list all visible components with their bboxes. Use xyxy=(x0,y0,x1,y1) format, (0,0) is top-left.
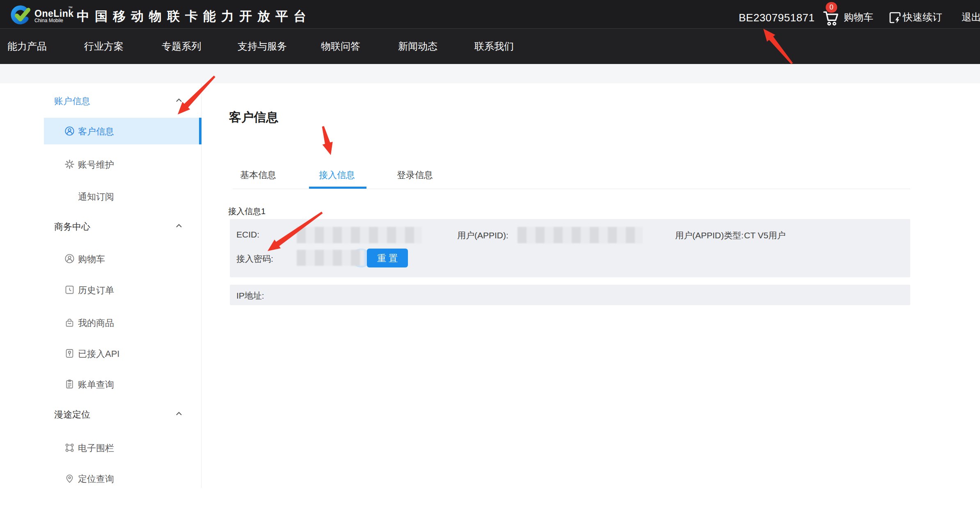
nav-item-products[interactable]: 能力产品 xyxy=(7,40,47,53)
bill-icon xyxy=(64,379,75,390)
page-background-strip xyxy=(0,64,980,83)
chevron-up-icon xyxy=(176,223,182,228)
active-item-accent xyxy=(199,118,201,144)
nav-item-news[interactable]: 新闻动态 xyxy=(398,40,437,53)
nav-item-series[interactable]: 专题系列 xyxy=(162,40,201,53)
fence-icon xyxy=(64,442,75,453)
ecid-value-redacted xyxy=(297,227,422,243)
nav-item-solutions[interactable]: 行业方案 xyxy=(84,40,124,53)
sidebar-item-geofence[interactable]: 电子围栏 xyxy=(44,434,201,461)
tab-basic-info[interactable]: 基本信息 xyxy=(240,169,276,181)
reset-password-button[interactable]: 重 置 xyxy=(367,249,408,267)
tab-divider xyxy=(233,189,910,189)
user-circle-icon xyxy=(64,253,75,264)
top-header-bar: OneLink ™ China Mobile 中国移动物联卡能力开放平台 BE2… xyxy=(0,0,980,28)
api-icon xyxy=(64,348,75,359)
access-info-section-label: 接入信息1 xyxy=(228,206,266,217)
cart-badge: 0 xyxy=(826,2,837,13)
appid-type-label: 用户(APPID)类型: xyxy=(675,230,744,241)
page-title: 客户信息 xyxy=(229,109,278,126)
cart-link[interactable]: 购物车 xyxy=(844,11,873,24)
chevron-up-icon xyxy=(176,411,182,416)
sidebar-item-my-products[interactable]: 我的商品 xyxy=(44,309,201,336)
annotation-arrow xyxy=(322,126,333,155)
sidebar-item-shopping-cart[interactable]: 购物车 xyxy=(44,245,201,272)
sidebar-item-location-query[interactable]: 定位查询 xyxy=(44,465,201,492)
password-value-redacted xyxy=(297,250,364,266)
sidebar-item-order-history[interactable]: 历史订单 xyxy=(44,276,201,303)
ecid-label: ECID: xyxy=(236,230,259,240)
location-pin-icon xyxy=(64,473,75,484)
sidebar-section-mantu-location[interactable]: 漫途定位 xyxy=(0,405,201,423)
appid-type-value: CT V5用户 xyxy=(744,230,785,241)
sidebar-item-account-maintenance[interactable]: 账号维护 xyxy=(44,151,201,178)
ip-address-panel: IP地址: xyxy=(230,285,910,305)
tab-access-info[interactable]: 接入信息 xyxy=(319,169,355,181)
user-circle-icon xyxy=(64,126,75,137)
quick-renew-link[interactable]: 快速续订 xyxy=(903,11,942,24)
nav-item-qa[interactable]: 物联问答 xyxy=(321,40,360,53)
sidebar-item-connected-api[interactable]: 已接入API xyxy=(44,340,201,367)
site-title: 中国移动物联卡能力开放平台 xyxy=(77,8,311,25)
sidebar-item-notification-subscribe[interactable]: 通知订阅 xyxy=(44,183,201,210)
sidebar: 账户信息 客户信息 账号维护 通知订阅 商务中心 xyxy=(0,83,201,488)
sidebar-item-customer-info[interactable]: 客户信息 xyxy=(44,118,201,144)
sidebar-item-bill-inquiry[interactable]: 账单查询 xyxy=(44,371,201,397)
history-icon xyxy=(64,284,75,295)
sidebar-section-business-center[interactable]: 商务中心 xyxy=(0,217,201,235)
chevron-up-icon xyxy=(176,98,182,103)
brand-subtitle: China Mobile xyxy=(34,18,63,23)
logout-link[interactable]: 退出 xyxy=(962,11,980,24)
tab-login-info[interactable]: 登录信息 xyxy=(397,169,433,181)
onelink-logo-icon xyxy=(9,5,31,25)
access-password-label: 接入密码: xyxy=(236,253,273,265)
appid-label: 用户(APPID): xyxy=(457,230,508,241)
ip-address-label: IP地址: xyxy=(236,290,264,301)
brand-trademark: ™ xyxy=(68,5,73,10)
gear-icon xyxy=(64,159,75,170)
bag-icon xyxy=(64,317,75,328)
sidebar-section-account-info[interactable]: 账户信息 xyxy=(0,92,201,110)
nav-item-support[interactable]: 支持与服务 xyxy=(238,40,287,53)
account-id[interactable]: BE2307951871 xyxy=(739,11,815,24)
nav-item-contact[interactable]: 联系我们 xyxy=(474,40,514,53)
quick-renew-icon[interactable] xyxy=(888,10,902,25)
appid-value-redacted xyxy=(517,227,643,243)
